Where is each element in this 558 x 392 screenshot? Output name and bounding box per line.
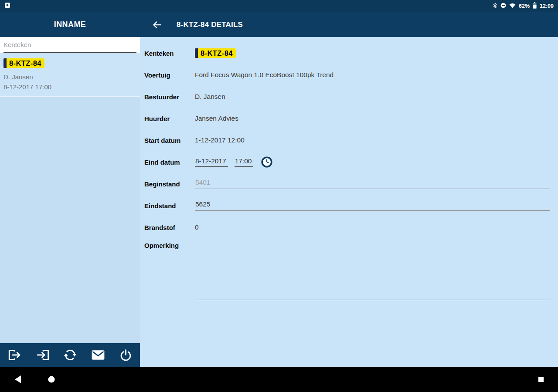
huurder-value: Jansen Advies	[195, 115, 238, 122]
clock-time: 12:09	[540, 3, 554, 9]
mail-button[interactable]	[89, 348, 107, 362]
plate-strip	[3, 58, 7, 68]
bestuurder-label: Bestuurder	[144, 93, 195, 101]
notification-icon	[4, 2, 10, 10]
form-row-huurder: Huurder Jansen Advies	[144, 108, 550, 129]
sync-icon	[64, 356, 76, 362]
opmerking-label: Opmerking	[144, 242, 195, 249]
sync-button[interactable]	[62, 347, 78, 363]
voertuig-value: Ford Focus Wagon 1.0 EcoBoost 100pk Tren…	[195, 71, 333, 79]
android-back-button[interactable]	[11, 372, 24, 386]
login-button[interactable]	[34, 348, 51, 362]
plate-number: 8-KTZ-84	[7, 58, 44, 68]
time-picker-button[interactable]	[261, 156, 272, 168]
huurder-label: Huurder	[144, 115, 195, 122]
arrow-back-icon	[152, 25, 163, 31]
bluetooth-icon	[493, 3, 497, 10]
kenteken-search-input[interactable]	[3, 37, 136, 53]
start-datum-label: Start datum	[144, 137, 195, 144]
form-row-opmerking: Opmerking	[144, 238, 550, 300]
detail-header: 8-KTZ-84 DETAILS	[140, 12, 558, 37]
sidebar: 8-KTZ-84 D. Jansen 8-12-2017 17:00	[0, 37, 140, 367]
back-triangle-icon	[14, 378, 21, 385]
app-bar: INNAME 8-KTZ-84 DETAILS	[0, 12, 558, 37]
power-button[interactable]	[118, 348, 133, 363]
content: 8-KTZ-84 D. Jansen 8-12-2017 17:00	[0, 37, 558, 367]
screen: 62% 12:09 INNAME 8-KTZ-84 DETAILS	[0, 0, 558, 392]
battery-icon	[533, 2, 537, 10]
form-row-beginstand: Beginstand	[144, 173, 550, 195]
clock-icon	[261, 162, 272, 169]
android-home-button[interactable]	[45, 373, 58, 386]
android-nav-bar	[0, 367, 558, 392]
eindstand-label: Eindstand	[144, 202, 195, 210]
voertuig-label: Voertuig	[144, 71, 195, 79]
square-icon	[538, 377, 544, 384]
form-row-eind-datum: Eind datum 8-12-2017 17:00	[144, 151, 550, 173]
eindstand-field	[195, 200, 550, 211]
eind-datum-label: Eind datum	[144, 159, 195, 166]
kenteken-search	[0, 37, 140, 53]
beginstand-input[interactable]	[195, 179, 550, 189]
kenteken-value: 8-KTZ-84	[198, 48, 236, 58]
brandstof-value: 0	[195, 223, 199, 231]
wifi-icon	[509, 3, 516, 10]
bestuurder-value: D. Jansen	[195, 93, 225, 101]
do-not-disturb-icon	[500, 3, 506, 10]
beginstand-label: Beginstand	[144, 180, 195, 188]
back-button[interactable]	[150, 18, 164, 32]
plate-strip	[195, 48, 198, 58]
form-row-voertuig: Voertuig Ford Focus Wagon 1.0 EcoBoost 1…	[144, 64, 550, 86]
logout-icon	[8, 355, 21, 362]
eind-datum-time-field[interactable]: 17:00	[235, 157, 254, 167]
license-plate: 8-KTZ-84	[3, 58, 44, 68]
status-right: 62% 12:09	[493, 2, 554, 10]
sidebar-toolbar	[0, 343, 140, 367]
list-item-datetime: 8-12-2017 17:00	[3, 83, 136, 91]
beginstand-field	[195, 179, 550, 189]
status-left	[4, 2, 10, 10]
eindstand-input[interactable]	[195, 200, 550, 211]
list-item-driver: D. Jansen	[3, 73, 136, 81]
detail-form: Kenteken 8-KTZ-84 Voertuig Ford Focus Wa…	[140, 37, 558, 367]
detail-page-title: 8-KTZ-84 DETAILS	[177, 20, 243, 29]
sidebar-header: INNAME	[0, 12, 140, 37]
form-row-bestuurder: Bestuurder D. Jansen	[144, 86, 550, 108]
status-bar: 62% 12:09	[0, 0, 558, 12]
battery-percent: 62%	[519, 3, 530, 9]
android-recents-button[interactable]	[535, 374, 547, 385]
page-title-inname: INNAME	[54, 20, 86, 29]
start-datum-value: 1-12-2017 12:00	[195, 136, 245, 144]
opmerking-input[interactable]	[195, 242, 550, 300]
brandstof-label: Brandstof	[144, 224, 195, 231]
sidebar-spacer	[0, 97, 140, 343]
eind-datum-date-field[interactable]: 8-12-2017	[195, 157, 228, 167]
form-row-brandstof: Brandstof 0	[144, 216, 550, 238]
form-row-start-datum: Start datum 1-12-2017 12:00	[144, 129, 550, 151]
logout-button[interactable]	[7, 348, 23, 362]
mail-icon	[91, 355, 105, 362]
form-row-eindstand: Eindstand	[144, 195, 550, 216]
login-icon	[36, 355, 49, 362]
kenteken-label: Kenteken	[144, 50, 195, 57]
license-plate: 8-KTZ-84	[195, 48, 236, 58]
form-row-kenteken: Kenteken 8-KTZ-84	[144, 42, 550, 64]
power-icon	[120, 356, 132, 362]
home-circle-icon	[48, 378, 55, 385]
vehicle-list-item[interactable]: 8-KTZ-84 D. Jansen 8-12-2017 17:00	[0, 53, 140, 97]
